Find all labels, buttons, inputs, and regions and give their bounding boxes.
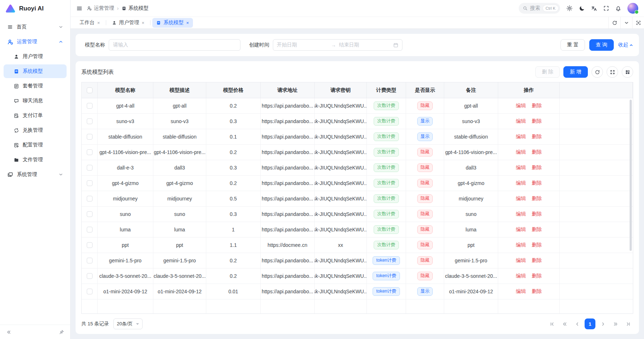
breadcrumb-item-system-models[interactable]: 系统模型 xyxy=(122,5,149,12)
row-checkbox[interactable] xyxy=(87,273,93,279)
refresh-table-button[interactable] xyxy=(591,66,603,78)
edit-link[interactable]: 编辑 xyxy=(516,257,526,264)
edit-link[interactable]: 编辑 xyxy=(516,288,526,295)
row-checkbox[interactable] xyxy=(87,227,93,232)
edit-link[interactable]: 编辑 xyxy=(516,211,526,217)
row-checkbox[interactable] xyxy=(87,242,93,248)
next-page-button[interactable] xyxy=(598,319,608,329)
edit-link[interactable]: 编辑 xyxy=(516,149,526,155)
delete-link[interactable]: 删除 xyxy=(532,103,542,109)
expand-table-button[interactable] xyxy=(607,66,618,78)
translate-icon[interactable] xyxy=(591,5,597,12)
pin-icon[interactable] xyxy=(57,328,66,336)
model-desc-cell: gemini-1.5-pro xyxy=(153,253,206,268)
remark-cell xyxy=(444,299,498,313)
model-name-input[interactable]: 请输入 xyxy=(109,39,240,51)
row-checkbox[interactable] xyxy=(87,118,93,124)
edit-link[interactable]: 编辑 xyxy=(516,103,526,109)
sidebar-item-operations[interactable]: 运营管理 xyxy=(4,35,67,49)
fullscreen-icon[interactable] xyxy=(603,5,609,11)
delete-link[interactable]: 删除 xyxy=(532,118,542,125)
row-checkbox[interactable] xyxy=(87,180,93,186)
select-all-checkbox[interactable] xyxy=(87,87,93,93)
breadcrumb-separator: › xyxy=(117,5,119,11)
sidebar-item-chat-messages[interactable]: 聊天消息 xyxy=(4,94,67,108)
table-row: gpt-4-all gpt-all 0.2 https://api.pandar… xyxy=(82,98,633,114)
first-page-button[interactable] xyxy=(547,319,557,329)
row-checkbox[interactable] xyxy=(87,196,93,202)
close-icon[interactable]: × xyxy=(97,21,100,25)
breadcrumb-item-operations[interactable]: 运营管理 xyxy=(87,5,114,12)
edit-link[interactable]: 编辑 xyxy=(516,180,526,186)
delete-link[interactable]: 删除 xyxy=(532,242,542,248)
sidebar-item-users[interactable]: 用户管理 xyxy=(4,50,67,63)
sidebar-item-home[interactable]: 首页 xyxy=(4,20,67,34)
forward-5-pages-button[interactable] xyxy=(611,319,621,329)
maximize-content-icon[interactable] xyxy=(632,17,644,28)
edit-link[interactable]: 编辑 xyxy=(516,242,526,248)
close-icon[interactable]: × xyxy=(186,21,189,25)
reset-button[interactable]: 重 置 xyxy=(560,39,585,51)
edit-link[interactable]: 编辑 xyxy=(516,118,526,125)
avatar[interactable] xyxy=(627,3,638,14)
sidebar-item-redemption[interactable]: 兑换管理 xyxy=(4,123,67,137)
sidebar-item-payment-orders[interactable]: 支付订单 xyxy=(4,109,67,122)
user-icon xyxy=(112,21,117,25)
row-checkbox[interactable] xyxy=(87,134,93,140)
page-size-select[interactable]: 20条/页 xyxy=(113,318,143,329)
sidebar-item-files[interactable]: 文件管理 xyxy=(4,153,67,167)
previous-page-button[interactable] xyxy=(572,319,582,329)
query-button[interactable]: 查 询 xyxy=(589,39,614,51)
sidebar-item-system-models[interactable]: 系统模型 xyxy=(4,64,67,78)
edit-link[interactable]: 编辑 xyxy=(516,273,526,279)
hamburger-icon[interactable] xyxy=(76,5,82,12)
refresh-tab-icon[interactable] xyxy=(608,17,620,28)
column-settings-button[interactable] xyxy=(622,66,633,78)
row-checkbox[interactable] xyxy=(87,103,93,109)
add-button[interactable]: 新 增 xyxy=(563,66,588,78)
app-logo[interactable]: Ruoyi AI xyxy=(0,0,70,17)
delete-link[interactable]: 删除 xyxy=(532,134,542,140)
tab-menu-chevron-icon[interactable] xyxy=(620,17,632,28)
list-toolbar: 删 除 新 增 xyxy=(535,66,633,78)
sidebar-item-system-management[interactable]: 系统管理 xyxy=(4,168,67,181)
last-page-button[interactable] xyxy=(623,319,633,329)
delete-link[interactable]: 删除 xyxy=(532,288,542,295)
sidebar-item-packages[interactable]: 套餐管理 xyxy=(4,79,67,93)
edit-link[interactable]: 编辑 xyxy=(516,134,526,140)
row-checkbox[interactable] xyxy=(87,149,93,155)
sidebar-item-config[interactable]: 配置管理 xyxy=(4,138,67,152)
delete-button[interactable]: 删 除 xyxy=(535,66,560,78)
edit-link[interactable]: 编辑 xyxy=(516,226,526,233)
tab-user-management[interactable]: 用户管理 × xyxy=(108,18,149,28)
delete-link[interactable]: 删除 xyxy=(532,195,542,202)
delete-link[interactable]: 删除 xyxy=(532,164,542,171)
table-scrollbar[interactable] xyxy=(630,100,632,251)
dark-mode-moon-icon[interactable] xyxy=(579,5,585,12)
tab-workbench[interactable]: 工作台 × xyxy=(76,18,104,28)
current-page-button[interactable]: 1 xyxy=(585,318,595,329)
row-checkbox[interactable] xyxy=(87,258,93,263)
back-5-pages-button[interactable] xyxy=(559,319,569,329)
delete-link[interactable]: 删除 xyxy=(532,211,542,217)
edit-link[interactable]: 编辑 xyxy=(516,164,526,171)
tab-system-models[interactable]: 系统模型 × xyxy=(152,18,193,28)
edit-link[interactable]: 编辑 xyxy=(516,195,526,202)
delete-link[interactable]: 删除 xyxy=(532,149,542,155)
delete-link[interactable]: 删除 xyxy=(532,180,542,186)
model-price-cell xyxy=(206,299,261,313)
delete-link[interactable]: 删除 xyxy=(532,226,542,233)
delete-link[interactable]: 删除 xyxy=(532,273,542,279)
gear-icon[interactable] xyxy=(566,5,573,12)
row-checkbox[interactable] xyxy=(87,165,93,171)
row-checkbox[interactable] xyxy=(87,211,93,217)
request-url-cell: https://api.pandarobo... xyxy=(261,114,315,129)
bell-icon[interactable] xyxy=(615,5,621,12)
collapse-sidebar-icon[interactable] xyxy=(4,328,13,336)
collapse-filter-link[interactable]: 收起 xyxy=(618,42,633,48)
close-icon[interactable]: × xyxy=(142,21,145,25)
row-checkbox[interactable] xyxy=(87,289,93,294)
global-search[interactable]: 搜索 Ctrl K xyxy=(519,3,560,14)
date-range-picker[interactable]: 开始日期 → 结束日期 xyxy=(273,39,402,51)
delete-link[interactable]: 删除 xyxy=(532,257,542,264)
